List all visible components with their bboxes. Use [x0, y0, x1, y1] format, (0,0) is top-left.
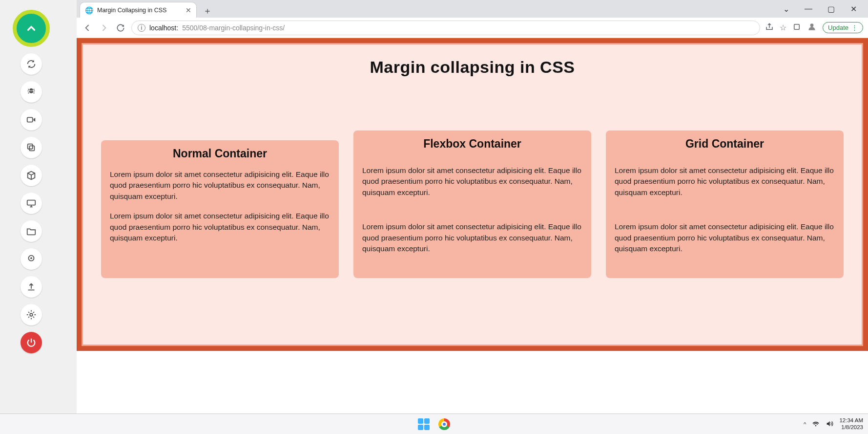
- cards-row: Normal Container Lorem ipsum dolor sit a…: [101, 130, 844, 278]
- svg-point-6: [30, 313, 33, 316]
- system-tray: ^ 12:34 AM 1/8/2023: [804, 417, 868, 430]
- tool-video-button[interactable]: [21, 109, 42, 130]
- card-flexbox: Flexbox Container Lorem ipsum dolor sit …: [353, 130, 591, 278]
- svg-rect-2: [27, 144, 32, 149]
- tool-pin-button[interactable]: [21, 248, 42, 270]
- start-button[interactable]: [416, 416, 432, 432]
- card-grid-p2: Lorem ipsum dolor sit amet consectetur a…: [615, 221, 835, 254]
- tool-power-button[interactable]: [21, 332, 42, 353]
- toolbar-collapse-button[interactable]: [13, 10, 50, 47]
- nav-back-button[interactable]: [82, 22, 93, 34]
- tab-active[interactable]: 🌐 Margin Collapsing in CSS ✕: [80, 2, 197, 18]
- svg-point-5: [30, 257, 32, 259]
- svg-rect-1: [29, 146, 34, 151]
- taskbar: ^ 12:34 AM 1/8/2023: [0, 413, 868, 434]
- monitor-icon: [26, 198, 37, 209]
- svg-rect-3: [27, 200, 35, 205]
- tool-folder-button[interactable]: [21, 220, 42, 242]
- window-maximize-button[interactable]: ▢: [820, 1, 842, 16]
- chrome-icon: [438, 418, 450, 430]
- browser-window: 🌐 Margin Collapsing in CSS ✕ ＋ ⌄ — ▢ ✕ i…: [77, 0, 868, 413]
- upload-icon: [26, 282, 37, 292]
- card-normal: Normal Container Lorem ipsum dolor sit a…: [101, 140, 339, 278]
- window-controls: ⌄ — ▢ ✕: [775, 0, 868, 18]
- extensions-icon[interactable]: [792, 22, 801, 33]
- clock-date: 1/8/2023: [839, 424, 863, 431]
- maximize-icon: ▢: [827, 4, 835, 14]
- profile-icon[interactable]: [807, 22, 817, 34]
- share-icon[interactable]: [765, 22, 774, 33]
- reload-icon: [116, 23, 125, 33]
- omnibox[interactable]: i localhost:5500/08-margin-collapsing-in…: [131, 21, 760, 35]
- new-tab-button[interactable]: ＋: [201, 4, 214, 18]
- card-grid-heading: Grid Container: [615, 137, 835, 151]
- card-normal-p2: Lorem ipsum dolor sit amet consectetur a…: [110, 211, 330, 243]
- site-info-icon[interactable]: i: [138, 24, 145, 32]
- clock-time: 12:34 AM: [839, 417, 863, 424]
- globe-icon: 🌐: [85, 6, 93, 14]
- chevron-up-icon: [25, 22, 38, 35]
- taskbar-chrome-button[interactable]: [436, 416, 452, 432]
- tray-network-icon[interactable]: [812, 420, 820, 429]
- start-tile-icon: [418, 418, 423, 424]
- folder-icon: [26, 226, 37, 237]
- tool-copy-button[interactable]: [21, 137, 42, 158]
- tool-upload-button[interactable]: [21, 276, 42, 298]
- tab-close-button[interactable]: ✕: [186, 6, 191, 14]
- nav-forward-button[interactable]: [98, 22, 110, 34]
- card-flexbox-p2: Lorem ipsum dolor sit amet consectetur a…: [362, 221, 582, 254]
- svg-rect-7: [794, 24, 800, 29]
- url-host: localhost:: [149, 24, 178, 32]
- tool-cube-button[interactable]: [21, 165, 42, 186]
- svg-point-4: [28, 256, 34, 261]
- close-icon: ✕: [850, 4, 857, 14]
- taskbar-clock[interactable]: 12:34 AM 1/8/2023: [839, 417, 863, 430]
- tray-volume-icon[interactable]: [826, 420, 833, 429]
- chevron-down-icon: ⌄: [783, 4, 789, 14]
- card-grid-p1: Lorem ipsum dolor sit amet consectetur a…: [615, 165, 835, 198]
- card-grid: Grid Container Lorem ipsum dolor sit ame…: [606, 130, 844, 278]
- window-close-button[interactable]: ✕: [843, 1, 864, 16]
- tool-gear-button[interactable]: [21, 304, 42, 326]
- url-path: 5500/08-margin-collapsing-in-css/: [182, 24, 285, 32]
- address-bar: i localhost:5500/08-margin-collapsing-in…: [77, 18, 868, 38]
- tool-bug-button[interactable]: [21, 81, 42, 103]
- copy-icon: [26, 142, 37, 153]
- page-root: Margin collapsing in CSS Normal Containe…: [77, 38, 868, 351]
- tabs-dropdown-button[interactable]: ⌄: [775, 1, 797, 16]
- menu-dots-icon: ⋮: [851, 24, 858, 31]
- video-icon: [26, 114, 37, 125]
- card-flexbox-heading: Flexbox Container: [362, 137, 582, 151]
- refresh-loop-icon: [26, 59, 37, 69]
- svg-point-8: [810, 23, 814, 27]
- update-label: Update: [828, 24, 848, 31]
- bug-icon: [26, 87, 37, 97]
- card-flexbox-p1: Lorem ipsum dolor sit amet consectetur a…: [362, 165, 582, 198]
- window-minimize-button[interactable]: —: [798, 1, 819, 16]
- tool-monitor-button[interactable]: [21, 193, 42, 214]
- nav-reload-button[interactable]: [115, 22, 126, 34]
- pin-icon: [26, 254, 37, 264]
- minimize-icon: —: [805, 4, 812, 13]
- svg-rect-0: [27, 117, 32, 122]
- card-normal-p1: Lorem ipsum dolor sit amet consectetur a…: [110, 169, 330, 202]
- page-title: Margin collapsing in CSS: [101, 58, 844, 77]
- page-viewport[interactable]: Margin collapsing in CSS Normal Containe…: [77, 38, 868, 413]
- tab-strip: 🌐 Margin Collapsing in CSS ✕ ＋ ⌄ — ▢ ✕: [77, 0, 868, 18]
- left-recorder-toolbar: [0, 0, 62, 434]
- power-icon: [26, 337, 37, 348]
- arrow-right-icon: [99, 23, 109, 33]
- tool-refresh-button[interactable]: [21, 53, 42, 75]
- gear-icon: [26, 309, 37, 320]
- arrow-left-icon: [83, 23, 92, 33]
- cube-icon: [26, 170, 37, 181]
- card-normal-heading: Normal Container: [110, 147, 330, 160]
- update-button[interactable]: Update ⋮: [823, 22, 863, 33]
- taskbar-center-apps: [416, 416, 452, 432]
- tab-title: Margin Collapsing in CSS: [97, 7, 166, 14]
- address-actions: ☆ Update ⋮: [765, 22, 863, 34]
- bookmark-star-icon[interactable]: ☆: [780, 23, 786, 32]
- tray-overflow-button[interactable]: ^: [804, 421, 806, 427]
